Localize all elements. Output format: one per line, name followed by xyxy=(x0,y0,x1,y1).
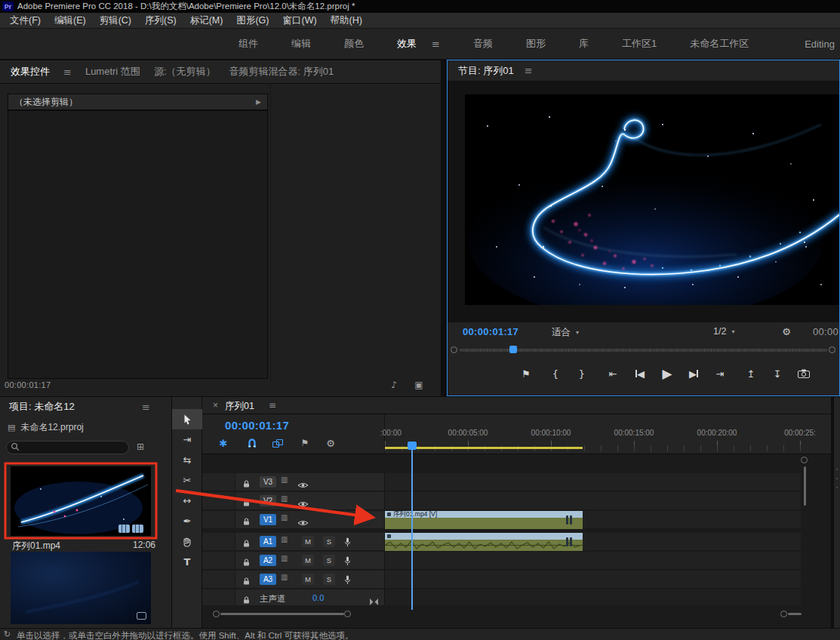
timeline-clip-audio[interactable] xyxy=(385,533,583,551)
mark-out-button[interactable]: } xyxy=(572,364,592,383)
zoom-level-dropdown[interactable]: 适合 ▾ xyxy=(552,326,579,339)
sync-lock-icon[interactable]: ▥ xyxy=(281,513,288,522)
project-item-sequence01[interactable]: 序列01.mp4 12:06 xyxy=(5,463,157,552)
track-name-a1[interactable]: A1 xyxy=(260,536,276,547)
insert-overwrite-nest-icon[interactable]: ✱ xyxy=(216,437,231,449)
panel-menu-icon[interactable]: ≡ xyxy=(269,400,276,411)
horizontal-scrollbar-2[interactable] xyxy=(788,613,802,615)
slip-tool[interactable]: ↔ xyxy=(172,491,202,511)
track-lock-icon[interactable] xyxy=(243,594,250,608)
workspace-menu-icon[interactable]: ≡ xyxy=(432,38,440,50)
voiceover-mic-icon[interactable] xyxy=(344,555,351,569)
menu-item-help[interactable]: 帮助(H) xyxy=(324,13,369,29)
sync-lock-icon[interactable]: ▥ xyxy=(281,573,288,581)
track-lock-icon[interactable] xyxy=(243,575,250,589)
expand-arrow-icon[interactable]: ▶ xyxy=(256,98,261,106)
panel-menu-icon[interactable]: ≡ xyxy=(525,65,533,76)
workspace-tab-unnamed[interactable]: 未命名工作区 xyxy=(690,37,749,51)
track-output-eye-icon[interactable] xyxy=(297,478,309,492)
workspace-tab-workspace1[interactable]: 工作区1 xyxy=(622,37,657,51)
tab-program-monitor[interactable]: 节目: 序列01 xyxy=(458,64,514,78)
playback-resolution-dropdown[interactable]: 1/2 ▾ xyxy=(713,326,734,337)
add-marker-icon[interactable]: ⚑ xyxy=(297,437,312,449)
hand-tool[interactable] xyxy=(172,531,202,552)
vertical-scrollbar[interactable] xyxy=(804,466,806,506)
play-audio-icon[interactable]: ♪ xyxy=(386,379,402,391)
solo-button[interactable]: S xyxy=(323,536,335,547)
voiceover-mic-icon[interactable] xyxy=(344,574,351,588)
menu-item-clip[interactable]: 剪辑(C) xyxy=(93,13,138,29)
track-name-v2[interactable]: V2 xyxy=(260,495,276,506)
scrubber-handle-left[interactable] xyxy=(451,346,457,353)
menu-item-edit[interactable]: 编辑(E) xyxy=(48,13,93,29)
tab-source-monitor[interactable]: 源:（无剪辑） xyxy=(154,65,216,78)
timeline-timecode[interactable]: 00:00:01:17 xyxy=(225,419,289,432)
track-output-eye-icon[interactable] xyxy=(297,497,309,511)
keyframe-toggle-icon[interactable] xyxy=(370,595,378,608)
ripple-edit-tool[interactable]: ⇆ xyxy=(172,450,202,470)
sync-lock-icon[interactable]: ▥ xyxy=(281,554,288,562)
pen-tool[interactable]: ✒ xyxy=(172,511,202,531)
program-playhead[interactable] xyxy=(509,346,517,353)
export-frame-icon[interactable]: ▣ xyxy=(411,379,426,391)
effect-controls-timecode[interactable]: 00:00:01:17 xyxy=(5,380,51,389)
mark-in-button[interactable]: { xyxy=(546,364,565,383)
step-back-button[interactable]: ◀ xyxy=(630,364,650,383)
linked-selection-icon[interactable] xyxy=(270,437,285,449)
menu-item-markers[interactable]: 标记(M) xyxy=(183,13,230,29)
project-item-name[interactable]: 序列01.mp4 xyxy=(12,540,60,552)
add-marker-button[interactable]: ⚑ xyxy=(516,364,536,383)
workspace-tab-libraries[interactable]: 库 xyxy=(579,37,589,51)
tab-sequence01[interactable]: 序列01 xyxy=(225,400,254,413)
selection-tool[interactable] xyxy=(172,409,202,429)
razor-tool[interactable]: ✂ xyxy=(172,470,202,491)
timeline-playhead-grip[interactable] xyxy=(408,442,417,450)
track-name-v3[interactable]: V3 xyxy=(260,476,276,488)
tab-lumetri-scopes[interactable]: Lumetri 范围 xyxy=(85,65,140,78)
panel-menu-icon[interactable]: ≡ xyxy=(63,66,72,78)
track-lane-a2[interactable] xyxy=(385,552,801,570)
export-frame-button[interactable] xyxy=(794,364,814,383)
zoom-handle-right2[interactable] xyxy=(780,611,787,617)
tab-audio-clip-mixer[interactable]: 音频剪辑混合器: 序列01 xyxy=(229,65,334,78)
track-name-a2[interactable]: A2 xyxy=(260,555,276,566)
project-item-thumbnail[interactable] xyxy=(11,466,151,536)
track-lock-icon[interactable] xyxy=(243,515,250,529)
track-name-a3[interactable]: A3 xyxy=(260,574,276,585)
master-level-value[interactable]: 0.0 xyxy=(312,593,324,602)
voiceover-mic-icon[interactable] xyxy=(344,537,351,550)
panel-menu-icon[interactable]: ≡ xyxy=(142,402,150,413)
track-output-eye-icon[interactable] xyxy=(297,516,309,530)
zoom-handle-right[interactable] xyxy=(344,611,351,617)
go-to-out-button[interactable]: ⇥ xyxy=(710,364,730,383)
menu-item-window[interactable]: 窗口(W) xyxy=(275,13,323,29)
solo-button[interactable]: S xyxy=(323,555,335,566)
project-item-2-thumbnail[interactable] xyxy=(11,552,151,624)
track-lane-v3[interactable] xyxy=(385,473,801,491)
tab-project[interactable]: 项目: 未命名12 xyxy=(9,400,75,414)
sync-lock-icon[interactable]: ▥ xyxy=(281,494,288,503)
workspace-tab-assembly[interactable]: 组件 xyxy=(238,37,258,51)
solo-button[interactable]: S xyxy=(323,574,335,585)
mute-button[interactable]: M xyxy=(302,555,314,566)
close-icon[interactable]: × xyxy=(213,400,218,411)
play-button[interactable]: ▶ xyxy=(657,364,677,383)
menu-item-file[interactable]: 文件(F) xyxy=(3,13,48,29)
mute-button[interactable]: M xyxy=(302,536,314,547)
workspace-tab-color[interactable]: 颜色 xyxy=(344,37,364,51)
track-lane-a3[interactable] xyxy=(385,571,801,589)
timeline-settings-wrench-icon[interactable]: ⚙ xyxy=(323,437,338,449)
program-timecode[interactable]: 00:00:01:17 xyxy=(463,326,518,337)
track-lane-v2[interactable] xyxy=(385,492,801,510)
workspace-tab-editing-en[interactable]: Editing xyxy=(805,38,835,50)
track-lock-icon[interactable] xyxy=(243,556,250,570)
sync-lock-icon[interactable]: ▥ xyxy=(281,475,288,484)
workspace-tab-effects[interactable]: 效果 xyxy=(397,37,417,51)
workspace-tab-audio[interactable]: 音频 xyxy=(473,37,493,51)
track-lock-icon[interactable] xyxy=(243,537,250,551)
extract-button[interactable]: ↧ xyxy=(768,364,787,383)
snap-magnet-icon[interactable] xyxy=(245,437,260,449)
go-to-in-button[interactable]: ⇤ xyxy=(603,364,623,383)
new-search-bin-button[interactable]: ⊞ xyxy=(133,439,148,454)
horizontal-scrollbar[interactable] xyxy=(220,613,344,615)
